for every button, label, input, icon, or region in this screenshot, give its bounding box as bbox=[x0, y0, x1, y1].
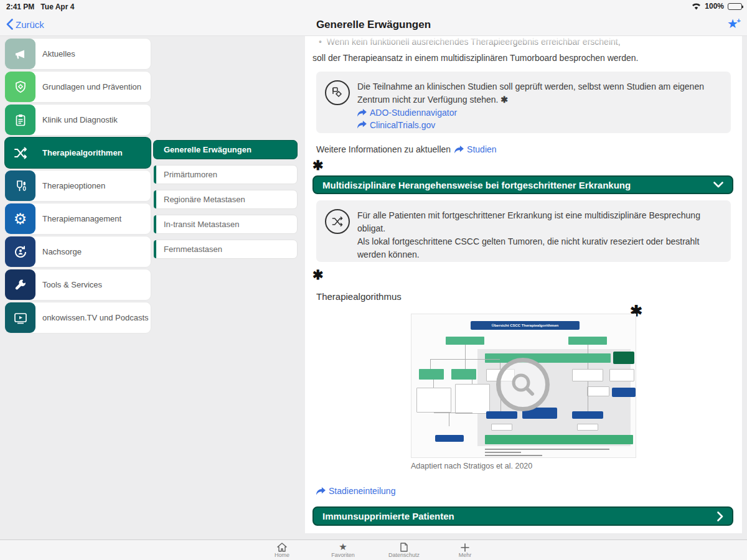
status-date: Tue Apr 4 bbox=[40, 2, 74, 11]
chevron-down-icon bbox=[713, 182, 723, 188]
study-flag-icon bbox=[325, 80, 350, 105]
next-section-immunsupprimierte[interactable]: Immunsupprimierte Patienten bbox=[312, 506, 733, 526]
page-title: Generelle Erwägungen bbox=[0, 19, 747, 31]
multidisciplinary-line-1: Für alle Patienten mit fortgeschrittener… bbox=[357, 209, 721, 235]
flowchart-box bbox=[612, 388, 636, 397]
studies-info-box: Die Teilnahme an klinischen Studien soll… bbox=[316, 72, 731, 133]
tab-home[interactable]: Home bbox=[268, 541, 296, 558]
sidebar-item-grundlagen[interactable]: Grundlagen und Prävention bbox=[5, 72, 151, 102]
accordion-title: Multidisziplinäre Herangehensweise bei f… bbox=[322, 180, 713, 190]
sidebar-item-therapiealgorithmen[interactable]: Therapiealgorithmen bbox=[5, 138, 151, 168]
battery-percent: 100% bbox=[705, 2, 724, 11]
sidebar-item-therapieoptionen[interactable]: Therapieoptionen bbox=[5, 170, 151, 201]
status-bar: 2:41 PM Tue Apr 4 100% bbox=[0, 0, 747, 14]
flowchart-box bbox=[486, 411, 517, 419]
sidebar-item-label: Therapiealgorithmen bbox=[35, 148, 123, 157]
studies-info-text: Die Teilnahme an klinischen Studien soll… bbox=[357, 80, 721, 106]
sidebar-item-label: Klinik und Diagnostik bbox=[35, 115, 118, 124]
flowchart-box bbox=[446, 337, 484, 345]
tab-mehr[interactable]: Mehr bbox=[451, 541, 479, 558]
submenu-item-label: Generelle Erwägungen bbox=[164, 145, 251, 154]
more-info-line: Weitere Informationen zu aktuellen Studi… bbox=[316, 144, 497, 154]
multidisciplinary-box: Für alle Patienten mit fortgeschrittener… bbox=[316, 200, 731, 262]
tab-label: Favoriten bbox=[331, 552, 355, 558]
therapy-algorithm-thumbnail[interactable]: Übersicht CSCC Therapiealgorithmen bbox=[411, 314, 636, 458]
link-stadieneinteilung[interactable]: Stadieneinteilung bbox=[316, 486, 395, 496]
sidebar-item-label: Aktuelles bbox=[35, 49, 75, 58]
accordion-multidisciplinary[interactable]: Multidisziplinäre Herangehensweise bei f… bbox=[312, 175, 733, 194]
star-icon: ★ bbox=[339, 541, 347, 552]
status-time: 2:41 PM bbox=[6, 2, 34, 11]
wifi-icon bbox=[692, 3, 701, 10]
flowchart-box bbox=[416, 388, 451, 413]
flowchart-box bbox=[491, 424, 512, 431]
shuffle-circle-icon bbox=[325, 209, 350, 234]
link-studien[interactable]: Studien bbox=[454, 144, 496, 154]
submenu-item-generelle-erwaegungen[interactable]: Generelle Erwägungen bbox=[153, 140, 298, 159]
sidebar-item-label: onkowissen.TV und Podcasts bbox=[35, 313, 149, 322]
infusion-icon bbox=[5, 170, 35, 201]
header-fade bbox=[305, 36, 742, 49]
submenu-item-label: Fernmetastasen bbox=[164, 245, 222, 254]
next-section-label: Immunsupprimierte Patienten bbox=[322, 511, 717, 521]
submenu-item-label: Regionäre Metastasen bbox=[164, 195, 245, 204]
submenu-item-label: In-transit Metastasen bbox=[164, 220, 239, 229]
submenu-item-primaertumoren[interactable]: Primärtumoren bbox=[153, 165, 298, 184]
tab-label: Mehr bbox=[459, 552, 472, 558]
sidebar-item-label: Tools & Services bbox=[35, 280, 102, 289]
sidebar-item-onkowissen-tv[interactable]: onkowissen.TV und Podcasts bbox=[5, 302, 151, 333]
submenu-item-in-transit-metastasen[interactable]: In-transit Metastasen bbox=[153, 215, 298, 234]
tab-favoriten[interactable]: ★ Favoriten bbox=[329, 541, 357, 558]
flowchart-box bbox=[572, 411, 603, 419]
flowchart-box bbox=[485, 435, 633, 444]
sidebar-item-therapiemanagement[interactable]: ⚙ Therapiemanagement bbox=[5, 203, 151, 234]
flowchart-box bbox=[455, 384, 490, 414]
sidebar-item-klinik[interactable]: Klinik und Diagnostik bbox=[5, 105, 151, 135]
more-icon bbox=[461, 541, 469, 552]
footnote-marker: ✱ bbox=[312, 158, 324, 173]
tab-label: Home bbox=[275, 552, 289, 558]
sidebar-item-nachsorge[interactable]: Nachsorge bbox=[5, 236, 151, 267]
link-clinicaltrials-gov[interactable]: ClinicalTrials.gov bbox=[357, 120, 435, 130]
shuffle-icon bbox=[5, 138, 35, 168]
link-ado-studiennavigator[interactable]: ADO-Studiennavigator bbox=[357, 108, 457, 118]
flowchart-box bbox=[451, 369, 476, 380]
submenu-item-regionaere-metastasen[interactable]: Regionäre Metastasen bbox=[153, 190, 298, 209]
multidisciplinary-line-2: Als lokal fortgeschrittene CSCC gelten T… bbox=[357, 235, 721, 261]
submenu: Generelle Erwägungen Primärtumoren Regio… bbox=[153, 140, 298, 264]
flowchart-box bbox=[435, 435, 464, 442]
gear-icon: ⚙ bbox=[5, 203, 35, 234]
flowchart-box bbox=[568, 337, 607, 345]
tab-bar: Home ★ Favoriten Datenschutz Mehr bbox=[0, 539, 747, 560]
nav-header: Zurück Generelle Erwägungen ★+ bbox=[0, 14, 747, 36]
submenu-item-label: Primärtumoren bbox=[164, 170, 217, 179]
sidebar-item-label: Nachsorge bbox=[35, 247, 82, 256]
figure-caption: Adaptiert nach Stratigos et al. 2020 bbox=[411, 462, 532, 470]
flowchart-box bbox=[587, 386, 609, 396]
sidebar-item-label: Grundlagen und Prävention bbox=[35, 82, 141, 91]
flowchart-box bbox=[613, 352, 634, 364]
algorithm-heading: Therapiealgorithmus bbox=[316, 291, 402, 302]
document-icon bbox=[400, 541, 408, 552]
sidebar-item-tools[interactable]: Tools & Services bbox=[5, 269, 151, 300]
flowchart-title: Übersicht CSCC Therapiealgorithmen bbox=[471, 321, 580, 330]
clipboard-icon bbox=[5, 105, 35, 135]
footnote-marker: ✱ bbox=[500, 95, 508, 105]
flowchart-box bbox=[577, 424, 598, 431]
app-screen: 2:41 PM Tue Apr 4 100% Zurück Generelle … bbox=[0, 0, 747, 560]
home-icon bbox=[277, 541, 287, 552]
staging-link-row: Stadieneinteilung bbox=[316, 486, 395, 497]
magnifier-icon bbox=[496, 358, 550, 411]
flowchart-box bbox=[485, 353, 611, 363]
sidebar-item-label: Therapieoptionen bbox=[35, 181, 105, 190]
add-favorite-icon[interactable]: ★+ bbox=[727, 17, 738, 30]
submenu-item-fernmetastasen[interactable]: Fernmetastasen bbox=[153, 240, 298, 259]
cycle-icon bbox=[5, 236, 35, 267]
tab-datenschutz[interactable]: Datenschutz bbox=[390, 541, 418, 558]
flowchart-box bbox=[419, 369, 444, 380]
intro-line-2: soll der Therapieansatz in einem multidi… bbox=[312, 53, 638, 63]
content-panel: • Wenn kein funktionell ausreichendes Th… bbox=[305, 36, 742, 533]
megaphone-icon bbox=[5, 39, 35, 69]
tab-label: Datenschutz bbox=[388, 552, 420, 558]
sidebar-item-aktuelles[interactable]: Aktuelles bbox=[5, 39, 151, 69]
